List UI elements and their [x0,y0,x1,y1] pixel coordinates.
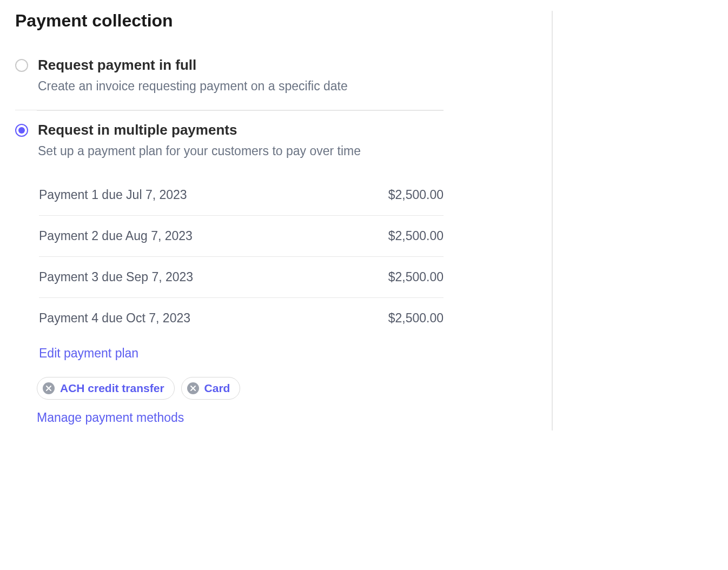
option-payment-multiple[interactable]: Request in multiple payments Set up a pa… [15,122,444,158]
payment-methods-chips: ACH credit transfer Card [37,377,444,400]
radio-icon-selected[interactable] [15,124,28,137]
payment-amount: $2,500.00 [388,270,444,284]
payment-row: Payment 4 due Oct 7, 2023 $2,500.00 [39,298,444,339]
payment-amount: $2,500.00 [388,311,444,326]
payment-label: Payment 2 due Aug 7, 2023 [39,229,193,243]
option-description: Set up a payment plan for your customers… [38,144,444,158]
payment-label: Payment 4 due Oct 7, 2023 [39,311,190,326]
option-content: Request payment in full Create an invoic… [38,57,444,94]
chip-label: Card [204,382,230,395]
option-content: Request in multiple payments Set up a pa… [38,122,444,158]
option-title: Request in multiple payments [38,122,444,138]
payment-amount: $2,500.00 [388,229,444,243]
option-payment-full[interactable]: Request payment in full Create an invoic… [15,47,444,110]
payment-row: Payment 3 due Sep 7, 2023 $2,500.00 [39,257,444,298]
payment-label: Payment 1 due Jul 7, 2023 [39,188,187,202]
option-description: Create an invoice requesting payment on … [38,79,444,94]
radio-icon[interactable] [15,59,28,72]
payment-amount: $2,500.00 [388,188,444,202]
divider [37,110,444,111]
section-title: Payment collection [15,11,444,31]
payment-method-chip-card[interactable]: Card [181,377,241,400]
payment-plan-list: Payment 1 due Jul 7, 2023 $2,500.00 Paym… [39,175,444,339]
payment-collection-section: Payment collection Request payment in fu… [15,11,553,430]
remove-icon[interactable] [187,382,199,394]
option-title: Request payment in full [38,57,444,74]
manage-payment-methods-link[interactable]: Manage payment methods [37,410,184,425]
edit-payment-plan-link[interactable]: Edit payment plan [39,346,138,361]
payment-row: Payment 1 due Jul 7, 2023 $2,500.00 [39,175,444,216]
payment-method-chip-ach[interactable]: ACH credit transfer [37,377,175,400]
payment-row: Payment 2 due Aug 7, 2023 $2,500.00 [39,216,444,257]
chip-label: ACH credit transfer [60,382,164,395]
remove-icon[interactable] [43,382,55,394]
option-payment-multiple-block: Request in multiple payments Set up a pa… [15,122,444,430]
payment-label: Payment 3 due Sep 7, 2023 [39,270,193,284]
